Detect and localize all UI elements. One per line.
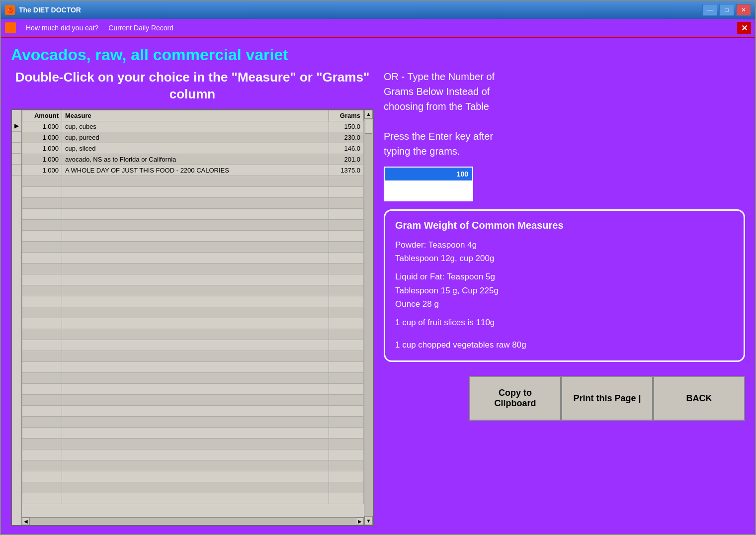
cell-empty-grams [329,296,364,307]
back-button[interactable]: BACK [653,376,745,421]
cell-empty-grams [329,186,364,197]
minimize-button[interactable]: — [702,4,717,16]
window-close-button[interactable]: ✕ [736,4,751,16]
cell-empty-grams [329,383,364,394]
table-row-empty [22,197,364,208]
table-row[interactable]: 1.000cup, pureed230.0 [22,132,364,143]
table-row-empty [22,274,364,285]
cell-amount[interactable]: 1.000 [22,132,62,143]
instruction-text: Double-Click on your choice in the "Meas… [11,69,374,103]
cell-empty-grams [329,427,364,438]
cell-amount[interactable]: 1.000 [22,154,62,165]
cell-empty-measure [62,416,329,427]
cell-empty-grams [329,230,364,241]
menu-close-button[interactable]: ✕ [737,22,751,34]
title-controls: — □ ✕ [702,4,751,16]
cell-empty-grams [329,394,364,405]
cell-empty-measure [62,405,329,416]
table-row-empty [22,405,364,416]
or-line3: choosing from the Table [384,99,745,114]
cell-grams[interactable]: 230.0 [329,132,364,143]
table-row-empty [22,372,364,383]
table-row-empty [22,252,364,263]
table-row-empty [22,340,364,351]
cell-empty-measure [62,427,329,438]
row-indicator-empty3 [12,154,21,165]
scroll-thumb[interactable] [365,119,372,134]
cell-empty-amount [22,372,62,383]
left-panel: Double-Click on your choice in the "Meas… [11,69,374,526]
table-row[interactable]: 1.000cup, sliced146.0 [22,143,364,154]
table-row-empty [22,263,364,274]
cell-empty-amount [22,394,62,405]
h-scroll-track [30,518,356,525]
cell-grams[interactable]: 146.0 [329,143,364,154]
scroll-up-arrow[interactable]: ▲ [364,110,373,119]
cell-amount[interactable]: 1.000 [22,121,62,132]
cell-empty-measure [62,438,329,449]
or-line2: Grams Below Instead of [384,84,745,99]
cell-empty-amount [22,329,62,340]
cell-grams[interactable]: 150.0 [329,121,364,132]
cell-empty-amount [22,230,62,241]
table-row-empty [22,460,364,471]
food-title: Avocados, raw, all commercial variet [11,46,745,64]
table-row[interactable]: 1.000A WHOLE DAY OF JUST THIS FOOD - 220… [22,165,364,176]
cell-empty-grams [329,329,364,340]
liquid-line1: Liquid or Fat: Teaspoon 5g [395,270,734,283]
cell-empty-amount [22,197,62,208]
scroll-right-arrow[interactable]: ▶ [356,518,364,525]
cell-empty-measure [62,230,329,241]
cell-empty-amount [22,307,62,318]
cell-empty-amount [22,263,62,274]
right-panel: OR - Type the Number of Grams Below Inst… [384,69,745,526]
powder-line1: Powder: Teaspoon 4g [395,238,734,252]
cell-empty-grams [329,263,364,274]
cell-empty-grams [329,176,364,186]
grams-input-bar: 100 [385,168,472,180]
scroll-left-arrow[interactable]: ◀ [22,518,30,525]
cell-measure[interactable]: A WHOLE DAY OF JUST THIS FOOD - 2200 CAL… [62,165,329,176]
cell-measure[interactable]: cup, cubes [62,121,329,132]
table-row-empty [22,186,364,197]
liquid-line3: Ounce 28 g [395,297,734,311]
cell-empty-measure [62,329,329,340]
table-row-empty [22,296,364,307]
or-line4: Press the Enter key after [384,129,745,144]
table-row[interactable]: 1.000cup, cubes150.0 [22,121,364,132]
cell-measure[interactable]: cup, pureed [62,132,329,143]
cell-measure[interactable]: avocado, NS as to Florida or California [62,154,329,165]
cell-empty-measure [62,208,329,219]
grams-input-field[interactable] [385,180,472,200]
cell-empty-grams [329,493,364,504]
vertical-scrollbar[interactable]: ▲ ▼ [364,110,373,525]
scroll-down-arrow[interactable]: ▼ [364,516,373,525]
bottom-bar: Copy toClipboard Print this Page | BACK [384,376,745,421]
horizontal-scrollbar[interactable]: ◀ ▶ [22,517,364,525]
cell-empty-measure [62,471,329,482]
table-row-empty [22,449,364,460]
cell-amount[interactable]: 1.000 [22,143,62,154]
cell-empty-amount [22,416,62,427]
cell-empty-grams [329,471,364,482]
row-indicator-arrow: ▶ [12,121,21,132]
cell-empty-amount [22,340,62,351]
menu-item-record[interactable]: Current Daily Record [108,24,173,32]
menu-item-eat[interactable]: How much did you eat? [26,24,98,32]
print-page-button[interactable]: Print this Page | [561,376,653,421]
cell-measure[interactable]: cup, sliced [62,143,329,154]
cell-amount[interactable]: 1.000 [22,165,62,176]
scroll-track [364,119,373,516]
cell-grams[interactable]: 1375.0 [329,165,364,176]
common-measures-title: Gram Weight of Common Measures [395,220,734,231]
row-indicator-empty [12,132,21,143]
maximize-button[interactable]: □ [719,4,734,16]
cell-grams[interactable]: 201.0 [329,154,364,165]
or-line5: typing the grams. [384,144,745,159]
cell-empty-amount [22,351,62,361]
table-row-empty [22,208,364,219]
cell-empty-amount [22,219,62,230]
table-row[interactable]: 1.000avocado, NS as to Florida or Califo… [22,154,364,165]
table-row-empty [22,471,364,482]
copy-to-clipboard-button[interactable]: Copy toClipboard [469,376,561,421]
